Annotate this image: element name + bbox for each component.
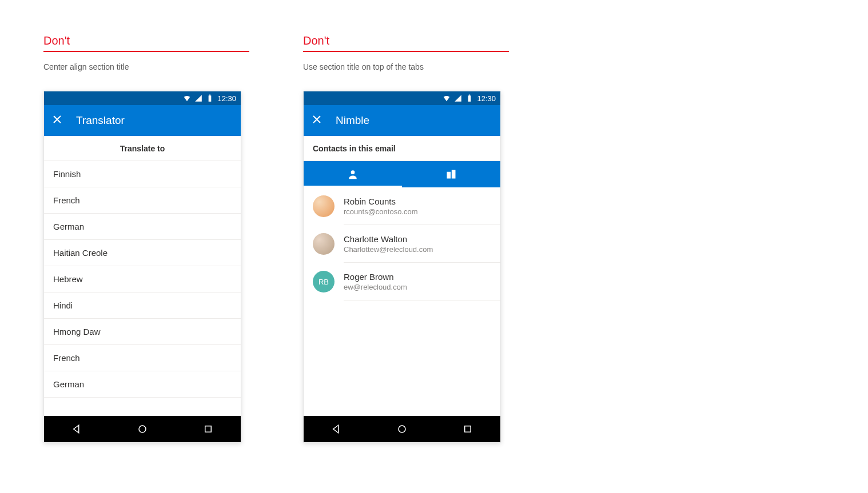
home-icon[interactable] xyxy=(397,424,407,434)
svg-rect-4 xyxy=(468,95,471,102)
contact-name: Robin Counts xyxy=(344,197,491,206)
appbar-title: Translator xyxy=(76,114,125,127)
appbar-title: Nimble xyxy=(336,114,369,127)
contact-name: Charlotte Walton xyxy=(344,234,491,244)
svg-rect-1 xyxy=(209,95,210,96)
red-rule xyxy=(43,51,249,52)
contact-info: Charlotte Walton Charlottew@relecloud.co… xyxy=(344,234,491,254)
contact-info: Robin Counts rcounts@contoso.com xyxy=(344,197,491,216)
battery-icon xyxy=(465,94,473,102)
svg-point-6 xyxy=(351,170,355,174)
list-item[interactable]: Hindi xyxy=(44,292,241,319)
signal-icon xyxy=(454,94,462,102)
contact-info: Roger Brown ew@relecloud.com xyxy=(344,272,491,291)
wifi-icon xyxy=(183,94,191,102)
android-navbar xyxy=(44,416,241,442)
contact-email: rcounts@contoso.com xyxy=(344,207,491,216)
status-bar: 12:30 xyxy=(304,91,500,105)
caption-text: Use section title on top of the tabs xyxy=(303,62,509,71)
svg-rect-8 xyxy=(464,426,471,432)
tab-bar xyxy=(304,161,500,187)
battery-icon xyxy=(206,94,214,102)
status-time: 12:30 xyxy=(477,94,496,103)
svg-rect-5 xyxy=(469,95,470,96)
phone-mockup-translator: 12:30 Translator Translate to Finnish Fr… xyxy=(43,91,241,443)
wifi-icon xyxy=(443,94,451,102)
contact-list: Robin Counts rcounts@contoso.com Charlot… xyxy=(304,187,500,416)
list-item[interactable]: Charlotte Walton Charlottew@relecloud.co… xyxy=(304,225,500,263)
recent-icon[interactable] xyxy=(463,424,473,434)
tab-people[interactable] xyxy=(304,161,402,187)
contact-email: ew@relecloud.com xyxy=(344,283,491,291)
android-navbar xyxy=(304,416,500,442)
list-item[interactable]: Haitian Creole xyxy=(44,240,241,266)
tab-organization[interactable] xyxy=(402,161,500,187)
list-item[interactable]: RB Roger Brown ew@relecloud.com xyxy=(304,263,500,300)
svg-rect-0 xyxy=(209,95,212,102)
app-bar: Translator xyxy=(44,105,241,136)
close-icon xyxy=(312,114,322,125)
example-right: Don't Use section title on top of the ta… xyxy=(303,34,509,443)
list-item[interactable]: Finnish xyxy=(44,161,241,187)
status-time: 12:30 xyxy=(217,94,236,103)
avatar xyxy=(313,195,335,217)
avatar xyxy=(313,233,335,255)
list-item[interactable]: Robin Counts rcounts@contoso.com xyxy=(304,187,500,225)
list-item[interactable]: Hmong Daw xyxy=(44,319,241,345)
contact-name: Roger Brown xyxy=(344,272,491,282)
list-item[interactable]: German xyxy=(44,371,241,398)
back-icon[interactable] xyxy=(71,424,82,434)
avatar: RB xyxy=(313,271,335,292)
back-icon[interactable] xyxy=(331,424,341,434)
home-icon[interactable] xyxy=(137,424,148,434)
dont-label: Don't xyxy=(303,34,509,51)
dont-label: Don't xyxy=(43,34,249,51)
contact-email: Charlottew@relecloud.com xyxy=(344,245,491,254)
close-button[interactable] xyxy=(52,114,62,127)
example-left: Don't Center align section title 12:30 T… xyxy=(43,34,249,443)
language-list: Finnish French German Haitian Creole Heb… xyxy=(44,161,241,416)
phone-mockup-nimble: 12:30 Nimble Contacts in this email Robi… xyxy=(303,91,501,443)
svg-rect-3 xyxy=(205,426,211,432)
list-item[interactable]: French xyxy=(44,187,241,214)
close-button[interactable] xyxy=(312,114,322,127)
person-icon xyxy=(347,169,359,180)
recent-icon[interactable] xyxy=(203,424,213,434)
svg-point-7 xyxy=(399,426,405,432)
list-item[interactable]: German xyxy=(44,214,241,240)
app-bar: Nimble xyxy=(304,105,500,136)
status-bar: 12:30 xyxy=(44,91,241,105)
red-rule xyxy=(303,51,509,52)
section-title: Contacts in this email xyxy=(304,136,500,161)
list-item[interactable]: French xyxy=(44,345,241,371)
section-title-centered: Translate to xyxy=(44,136,241,161)
svg-point-2 xyxy=(139,426,146,432)
close-icon xyxy=(52,114,62,125)
signal-icon xyxy=(194,94,202,102)
list-item[interactable]: Hebrew xyxy=(44,266,241,292)
caption-text: Center align section title xyxy=(43,62,249,71)
building-icon xyxy=(445,169,457,180)
